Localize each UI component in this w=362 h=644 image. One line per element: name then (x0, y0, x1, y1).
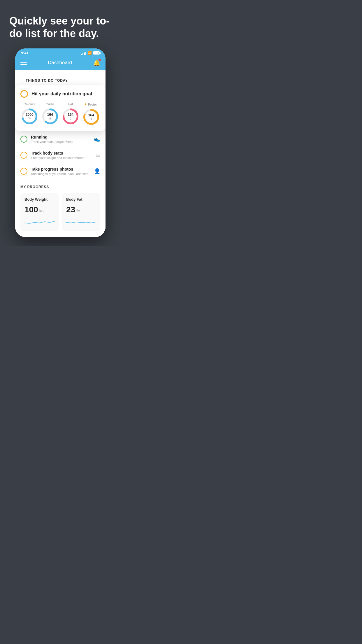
calories-donut: 2000 cal (21, 108, 38, 125)
progress-photos-icon: 👤 (94, 168, 100, 174)
notification-dot (99, 59, 101, 61)
fat-label: Fat (68, 102, 73, 106)
carbs-donut: 164 g (41, 108, 59, 125)
body-weight-value: 100 (24, 205, 38, 214)
wifi-icon: 📶 (88, 51, 92, 55)
todo-item-running[interactable]: Running Track your stats (target: 5km) 👟 (15, 131, 106, 147)
card-header: Hit your daily nutrition goal (20, 90, 100, 98)
protein-unit: g (88, 118, 94, 120)
carbs-unit: g (47, 117, 53, 120)
header-title: Dashboard (48, 60, 72, 66)
progress-photos-title: Take progress photos (31, 167, 90, 172)
calories-label: Calories (24, 102, 35, 106)
running-icon: 👟 (94, 136, 100, 142)
progress-photos-circle (20, 168, 27, 175)
battery-icon (93, 51, 100, 55)
nutrition-card: Hit your daily nutrition goal Calories (15, 85, 106, 131)
body-weight-chart (24, 217, 55, 226)
running-subtitle: Track your stats (target: 5km) (31, 140, 90, 144)
protein-label: Protein (88, 103, 98, 106)
body-stats-subtitle: Enter your weight and measurements (31, 156, 92, 160)
body-weight-value-row: 100 kg (24, 205, 55, 214)
body-fat-value-row: 23 % (66, 205, 96, 214)
body-fat-chart (66, 217, 96, 226)
fat-donut: 164 g (62, 108, 79, 125)
running-text: Running Track your stats (target: 5km) (31, 135, 90, 144)
status-icons: 📶 (81, 51, 100, 55)
protein-donut: 164 g (82, 108, 100, 126)
carbs-label: Carbs (46, 102, 54, 106)
notification-bell[interactable]: 🔔 (93, 59, 100, 66)
protein-item: ★ Protein 164 g (82, 102, 100, 126)
running-circle (20, 136, 27, 143)
todo-list: Running Track your stats (target: 5km) 👟… (15, 131, 106, 179)
carbs-item: Carbs 164 g (41, 102, 59, 126)
body-stats-icon: ⚖ (96, 152, 100, 158)
body-weight-card[interactable]: Body Weight 100 kg (20, 193, 59, 231)
nutrition-row: Calories 2000 cal (20, 102, 100, 126)
progress-cards: Body Weight 100 kg Body Fat 23 (20, 193, 100, 237)
things-today-label: THINGS TO DO TODAY (20, 74, 100, 85)
body-stats-text: Track body stats Enter your weight and m… (31, 151, 92, 160)
phone-mockup: 9:41 📶 Dashboard 🔔 (15, 48, 106, 237)
nutrition-card-title: Hit your daily nutrition goal (31, 91, 92, 97)
status-bar: 9:41 📶 (15, 48, 106, 56)
menu-button[interactable] (20, 61, 27, 65)
running-title: Running (31, 135, 90, 139)
signal-icon (81, 51, 86, 55)
body-fat-unit: % (76, 209, 80, 213)
phone-wrapper: 9:41 📶 Dashboard 🔔 (0, 48, 121, 246)
body-fat-title: Body Fat (66, 197, 96, 202)
app-header: Dashboard 🔔 (15, 56, 106, 70)
nutrition-circle-check (20, 90, 28, 98)
body-fat-value: 23 (66, 205, 75, 214)
status-time: 9:41 (21, 51, 29, 55)
fat-item: Fat 164 g (62, 102, 79, 126)
body-fat-card[interactable]: Body Fat 23 % (62, 193, 100, 231)
protein-label-wrapper: ★ Protein (84, 102, 98, 106)
todo-item-body-stats[interactable]: Track body stats Enter your weight and m… (15, 147, 106, 163)
body-weight-title: Body Weight (24, 197, 55, 202)
calories-unit: cal (26, 117, 34, 120)
calories-item: Calories 2000 cal (21, 102, 38, 126)
progress-section-label: MY PROGRESS (20, 185, 100, 189)
todo-item-progress-photos[interactable]: Take progress photos Add images of your … (15, 163, 106, 179)
fat-unit: g (68, 117, 73, 120)
progress-photos-text: Take progress photos Add images of your … (31, 167, 90, 176)
hero-section: Quickly see your to-do list for the day. (0, 0, 121, 48)
app-content: THINGS TO DO TODAY Hit your daily nutrit… (15, 70, 106, 237)
progress-photos-subtitle: Add images of your front, back, and side (31, 172, 90, 176)
body-stats-title: Track body stats (31, 151, 92, 155)
progress-section: MY PROGRESS Body Weight 100 kg (15, 179, 106, 237)
hero-title: Quickly see your to-do list for the day. (9, 15, 111, 40)
body-weight-unit: kg (39, 209, 44, 213)
star-icon: ★ (84, 102, 87, 106)
body-stats-circle (20, 152, 27, 159)
